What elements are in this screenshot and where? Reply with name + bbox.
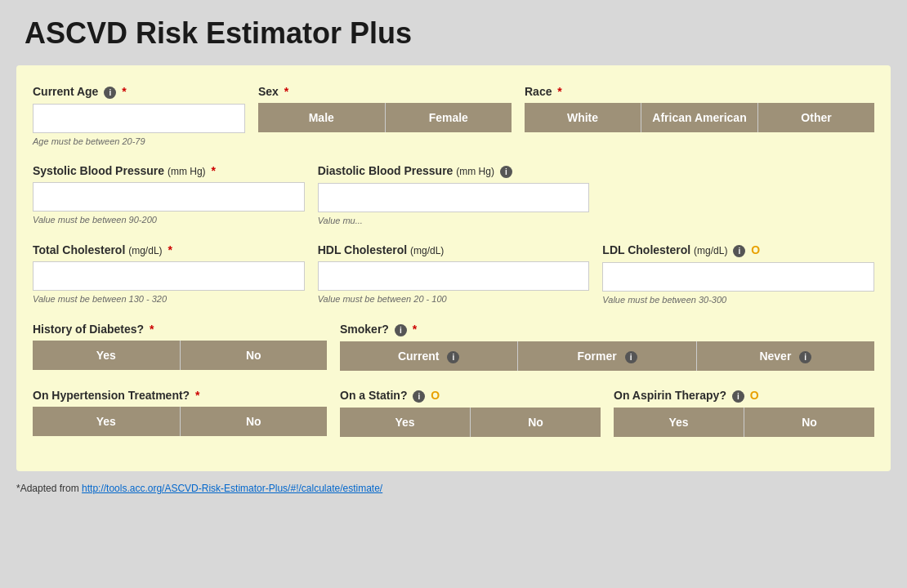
systolic-bp-required: * (212, 164, 216, 177)
race-required: * (557, 85, 561, 98)
smoker-button-group: Current i Former i Never i (340, 341, 874, 371)
systolic-bp-hint: Value must be between 90-200 (33, 215, 305, 225)
aspirin-field: On Aspirin Therapy? i O Yes No (614, 389, 874, 437)
smoker-label: Smoker? i * (340, 323, 874, 336)
smoker-former-button[interactable]: Former i (518, 341, 696, 371)
current-age-required: * (122, 85, 126, 98)
row-cholesterol: Total Cholesterol (mg/dL) * Value must b… (33, 243, 874, 305)
bp-spacer (602, 164, 874, 225)
diastolic-bp-input[interactable] (318, 183, 590, 212)
race-field: Race * White African American Other (525, 85, 874, 146)
race-button-group: White African American Other (525, 103, 874, 132)
row-bp: Systolic Blood Pressure (mm Hg) * Value … (33, 164, 874, 225)
hdl-cholesterol-input[interactable] (318, 261, 590, 291)
row-diabetes-smoker: History of Diabetes? * Yes No Smoker? i … (33, 323, 874, 371)
statin-field: On a Statin? i O Yes No (340, 389, 601, 437)
diabetes-no-button[interactable]: No (181, 341, 328, 370)
statin-button-group: Yes No (340, 408, 601, 437)
ldl-cholesterol-hint: Value must be between 30-300 (602, 295, 874, 305)
diastolic-bp-label: Diastolic Blood Pressure (mm Hg) i (318, 164, 590, 178)
ldl-cholesterol-input[interactable] (602, 262, 874, 292)
diastolic-bp-field: Diastolic Blood Pressure (mm Hg) i Value… (318, 164, 590, 225)
total-cholesterol-field: Total Cholesterol (mg/dL) * Value must b… (33, 243, 305, 305)
aspirin-button-group: Yes No (614, 408, 874, 437)
never-smoker-info-icon[interactable]: i (799, 351, 811, 363)
statin-yes-button[interactable]: Yes (340, 408, 471, 437)
total-cholesterol-required: * (168, 243, 172, 256)
aspirin-label: On Aspirin Therapy? i O (614, 389, 874, 403)
sex-field: Sex * Male Female (258, 85, 512, 146)
diastolic-bp-info-icon[interactable]: i (500, 166, 512, 178)
form-container: Current Age i * Age must be between 20-7… (16, 65, 891, 471)
smoker-required: * (413, 323, 417, 336)
statin-no-button[interactable]: No (471, 408, 601, 437)
statin-optional-icon: O (431, 389, 440, 402)
ldl-cholesterol-field: LDL Cholesterol (mg/dL) i O Value must b… (602, 243, 874, 305)
hdl-cholesterol-hint: Value must be between 20 - 100 (318, 294, 590, 304)
race-white-button[interactable]: White (525, 103, 641, 132)
sex-label: Sex * (258, 85, 512, 98)
smoker-field: Smoker? i * Current i Former i Never i (340, 323, 874, 371)
former-smoker-info-icon[interactable]: i (625, 351, 637, 363)
ldl-info-icon[interactable]: i (733, 245, 745, 257)
diabetes-yes-button[interactable]: Yes (33, 341, 181, 370)
systolic-bp-field: Systolic Blood Pressure (mm Hg) * Value … (33, 164, 305, 225)
hypertension-yes-button[interactable]: Yes (33, 407, 181, 436)
diabetes-button-group: Yes No (33, 341, 327, 370)
smoker-info-icon[interactable]: i (395, 324, 407, 336)
aspirin-info-icon[interactable]: i (732, 390, 744, 403)
page-title: ASCVD Risk Estimator Plus (16, 16, 891, 51)
total-cholesterol-label: Total Cholesterol (mg/dL) * (33, 243, 305, 256)
total-cholesterol-input[interactable] (33, 261, 305, 291)
hypertension-required: * (195, 389, 199, 402)
current-age-info-icon[interactable]: i (104, 87, 116, 99)
hypertension-button-group: Yes No (33, 407, 327, 436)
diastolic-bp-hint: Value mu... (318, 216, 590, 225)
sex-male-button[interactable]: Male (258, 103, 386, 132)
hypertension-no-button[interactable]: No (181, 407, 328, 436)
sex-required: * (284, 85, 288, 98)
diabetes-field: History of Diabetes? * Yes No (33, 323, 327, 371)
row-age-sex-race: Current Age i * Age must be between 20-7… (33, 85, 874, 146)
hypertension-treatment-label: On Hypertension Treatment? * (33, 389, 327, 402)
aspirin-optional-icon: O (750, 389, 759, 402)
hdl-cholesterol-field: HDL Cholesterol (mg/dL) Value must be be… (318, 243, 590, 305)
race-label: Race * (525, 85, 874, 98)
ldl-optional-icon: O (751, 243, 760, 256)
row-treatments: On Hypertension Treatment? * Yes No On a… (33, 389, 874, 437)
footer-link[interactable]: http://tools.acc.org/ASCVD-Risk-Estimato… (82, 483, 382, 494)
smoker-never-button[interactable]: Never i (697, 341, 874, 371)
footer: *Adapted from http://tools.acc.org/ASCVD… (16, 483, 891, 494)
current-age-hint: Age must be between 20-79 (33, 136, 245, 146)
hypertension-treatment-field: On Hypertension Treatment? * Yes No (33, 389, 327, 437)
systolic-bp-input[interactable] (33, 182, 305, 212)
aspirin-yes-button[interactable]: Yes (614, 408, 744, 437)
current-age-input[interactable] (33, 104, 245, 133)
diabetes-required: * (150, 323, 154, 336)
ldl-cholesterol-label: LDL Cholesterol (mg/dL) i O (602, 243, 874, 257)
statin-label: On a Statin? i O (340, 389, 601, 403)
aspirin-no-button[interactable]: No (744, 408, 874, 437)
smoker-current-button[interactable]: Current i (340, 341, 518, 371)
sex-button-group: Male Female (258, 103, 512, 132)
total-cholesterol-hint: Value must be between 130 - 320 (33, 294, 305, 304)
statin-info-icon[interactable]: i (413, 390, 425, 403)
diabetes-label: History of Diabetes? * (33, 323, 327, 336)
systolic-bp-label: Systolic Blood Pressure (mm Hg) * (33, 164, 305, 177)
hdl-cholesterol-label: HDL Cholesterol (mg/dL) (318, 243, 590, 256)
current-age-label: Current Age i * (33, 85, 245, 99)
race-african-american-button[interactable]: African American (641, 103, 758, 132)
race-other-button[interactable]: Other (758, 103, 874, 132)
sex-female-button[interactable]: Female (386, 103, 512, 132)
current-smoker-info-icon[interactable]: i (447, 351, 459, 363)
current-age-field: Current Age i * Age must be between 20-7… (33, 85, 245, 146)
